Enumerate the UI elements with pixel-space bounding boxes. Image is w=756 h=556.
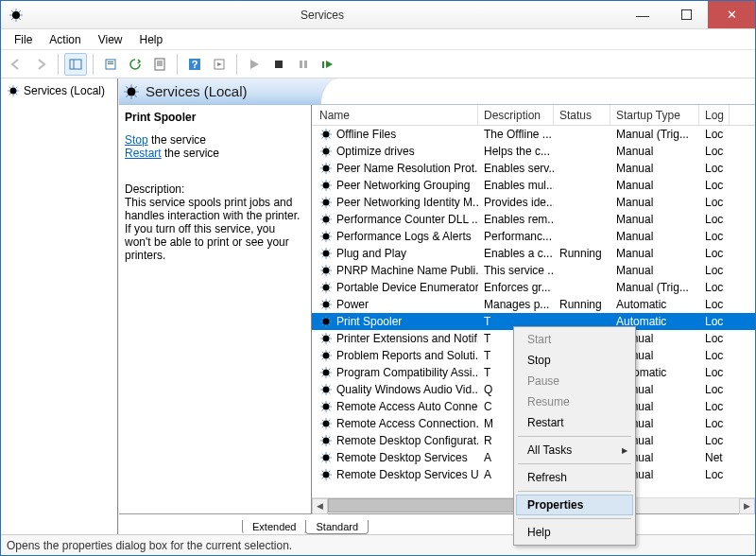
gear-icon xyxy=(7,84,20,97)
restart-icon xyxy=(321,59,335,70)
gear-icon xyxy=(319,468,333,481)
service-row[interactable]: Performance Counter DLL ...Enables rem..… xyxy=(312,211,755,228)
service-row[interactable]: Performance Logs & AlertsPerformanc...Ma… xyxy=(312,228,755,245)
window-controls: — ✕ xyxy=(621,1,755,28)
cell-status: Running xyxy=(554,298,610,311)
service-name-text: Peer Name Resolution Prot... xyxy=(336,162,478,175)
col-status[interactable]: Status xyxy=(554,105,610,125)
cell-name: Problem Reports and Soluti... xyxy=(314,349,478,362)
gear-icon xyxy=(319,400,333,413)
app-icon xyxy=(9,8,24,23)
service-row[interactable]: Peer Networking GroupingEnables mul...Ma… xyxy=(312,177,755,194)
action-button[interactable] xyxy=(208,53,231,76)
svg-text:?: ? xyxy=(192,59,198,70)
properties-button[interactable] xyxy=(148,53,171,76)
start-service-button[interactable] xyxy=(243,53,266,76)
svg-point-54 xyxy=(325,389,328,391)
menu-file[interactable]: File xyxy=(7,31,40,48)
menu-view[interactable]: View xyxy=(91,31,130,48)
close-button[interactable]: ✕ xyxy=(708,1,755,28)
toolbar-separator xyxy=(177,54,178,75)
ctx-pause[interactable]: Pause xyxy=(516,371,633,391)
ctx-separator xyxy=(518,463,631,464)
service-row[interactable]: Plug and PlayEnables a c...RunningManual… xyxy=(312,245,755,262)
refresh-button[interactable] xyxy=(124,53,146,76)
svg-rect-7 xyxy=(108,63,113,64)
service-name-text: Power xyxy=(336,298,369,311)
help-button[interactable]: ? xyxy=(183,53,206,76)
cell-name: Optimize drives xyxy=(314,145,478,158)
menu-help[interactable]: Help xyxy=(132,31,171,48)
gear-icon xyxy=(319,196,333,209)
service-name-text: Problem Reports and Soluti... xyxy=(336,349,478,362)
scroll-right-button[interactable]: ▶ xyxy=(739,498,755,514)
ctx-separator xyxy=(518,491,631,492)
cell-startup-type: Automatic xyxy=(610,298,699,311)
restart-service-button[interactable] xyxy=(317,53,339,76)
service-row[interactable]: PNRP Machine Name Publi...This service .… xyxy=(312,262,755,279)
service-name-text: Peer Networking Identity M... xyxy=(336,196,478,209)
ctx-help[interactable]: Help xyxy=(516,522,633,543)
cell-name: PNRP Machine Name Publi... xyxy=(314,264,478,277)
gear-icon xyxy=(319,213,333,226)
ctx-separator xyxy=(518,518,631,519)
service-row[interactable]: Peer Name Resolution Prot...Enables serv… xyxy=(312,160,755,177)
maximize-button[interactable] xyxy=(664,1,708,28)
cell-startup-type: Manual xyxy=(610,264,699,277)
cell-name: Performance Logs & Alerts xyxy=(314,230,478,243)
ctx-properties-label: Properties xyxy=(527,498,583,512)
console-tree: Services (Local) xyxy=(1,78,118,534)
forward-button[interactable] xyxy=(29,53,52,76)
menu-action[interactable]: Action xyxy=(42,31,88,48)
ctx-stop[interactable]: Stop xyxy=(516,350,633,371)
scroll-left-button[interactable]: ◀ xyxy=(312,498,328,514)
back-button[interactable] xyxy=(5,53,27,76)
restart-service-link[interactable]: Restart xyxy=(125,147,162,160)
pause-service-button[interactable] xyxy=(292,53,315,76)
col-startup-type[interactable]: Startup Type xyxy=(610,105,699,125)
cell-log-on-as: Loc xyxy=(699,400,730,413)
properties-icon xyxy=(153,58,166,71)
cell-description: Provides ide... xyxy=(478,196,554,209)
export-button[interactable] xyxy=(99,53,122,76)
service-name-text: Peer Networking Grouping xyxy=(336,179,470,192)
stop-service-button[interactable] xyxy=(267,53,290,76)
service-row[interactable]: Portable Device Enumerator...Enforces gr… xyxy=(312,279,755,296)
gear-icon xyxy=(319,264,333,277)
stop-service-link[interactable]: Stop xyxy=(125,133,148,147)
body: Services (Local) Services (Local) Print … xyxy=(1,78,755,534)
toolbar-separator xyxy=(58,54,59,75)
cell-description: Enables mul... xyxy=(478,179,554,192)
service-name-text: Remote Access Connection... xyxy=(336,417,478,430)
ctx-restart[interactable]: Restart xyxy=(516,412,633,433)
svg-point-28 xyxy=(325,167,328,170)
tab-extended[interactable]: Extended xyxy=(242,520,306,534)
ctx-resume[interactable]: Resume xyxy=(516,391,633,412)
tab-standard[interactable]: Standard xyxy=(305,520,369,534)
panes-icon xyxy=(69,58,82,71)
cell-log-on-as: Loc xyxy=(699,247,730,260)
ctx-refresh[interactable]: Refresh xyxy=(516,467,633,488)
col-log-on-as[interactable]: Log xyxy=(699,105,730,125)
tree-node-services-local[interactable]: Services (Local) xyxy=(3,82,115,99)
svg-point-62 xyxy=(325,457,328,460)
cell-log-on-as: Loc xyxy=(699,162,730,175)
statusbar-text: Opens the properties dialog box for the … xyxy=(7,539,292,552)
toolbar: ? xyxy=(1,50,755,78)
service-row[interactable]: Peer Networking Identity M...Provides id… xyxy=(312,194,755,211)
ctx-all-tasks[interactable]: All Tasks xyxy=(516,440,633,460)
svg-point-32 xyxy=(325,201,328,204)
show-hide-tree-button[interactable] xyxy=(64,53,87,76)
minimize-button[interactable]: — xyxy=(621,1,664,28)
service-row[interactable]: Optimize drivesHelps the c...ManualLoc xyxy=(312,143,755,160)
col-name[interactable]: Name xyxy=(314,105,478,125)
cell-name: Print Spooler xyxy=(314,315,478,328)
ctx-start[interactable]: Start xyxy=(516,329,633,350)
service-row[interactable]: PowerManages p...RunningAutomaticLoc xyxy=(312,296,755,313)
col-description[interactable]: Description xyxy=(478,105,554,125)
gear-icon xyxy=(319,281,333,294)
service-row[interactable]: Offline FilesThe Offline ...Manual (Trig… xyxy=(312,126,755,143)
cell-name: Performance Counter DLL ... xyxy=(314,213,478,226)
scroll-thumb[interactable] xyxy=(328,498,541,513)
ctx-properties[interactable]: Properties xyxy=(516,495,633,515)
